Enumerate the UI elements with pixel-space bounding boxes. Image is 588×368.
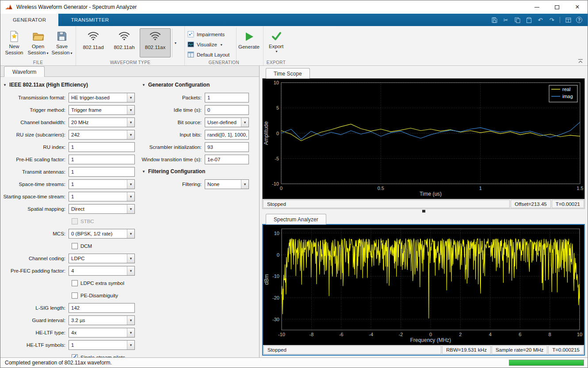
ieee-section-header[interactable]: IEEE 802.11ax (High Efficiency) xyxy=(3,80,140,89)
spectrum-status-bar: Stopped RBW=19.531 kHz Sample rate=20 MH… xyxy=(263,345,584,355)
spatial-mapping-select[interactable]: Direct xyxy=(69,204,135,214)
field-guard-interval: Guard interval:3.2 µs xyxy=(2,315,140,325)
generate-button[interactable]: Generate xyxy=(237,28,261,60)
svg-text:-8: -8 xyxy=(309,332,314,337)
maximize-icon xyxy=(555,5,559,9)
cut-icon[interactable]: ✂ xyxy=(502,16,509,23)
export-button[interactable]: Export ▾ xyxy=(265,27,287,59)
generation-section: Impairments Visualize ▾ Default Layout xyxy=(184,26,263,65)
transmission-format-select[interactable]: HE trigger-based xyxy=(69,93,135,102)
paste-icon[interactable] xyxy=(525,16,532,23)
quick-access-toolbar: ✂ ↶ ↷ ? xyxy=(491,14,582,26)
packets-input[interactable]: 1 xyxy=(205,93,249,102)
channel-bandwidth-select[interactable]: 20 MHz xyxy=(69,118,135,127)
svg-text:2: 2 xyxy=(459,332,462,337)
ru-index-input[interactable]: 1 xyxy=(69,142,135,152)
pe-disambiguity-checkbox[interactable] xyxy=(72,292,78,299)
spectrum-rbw: RBW=19.531 kHz xyxy=(442,345,491,354)
stbc-label: STBC xyxy=(80,219,94,224)
guard-interval-select[interactable]: 3.2 µs xyxy=(69,315,135,325)
wifi-icon xyxy=(118,31,130,42)
spectrum-frame: -10-8-6-4-20246810-30-20-10010Frequency … xyxy=(262,224,585,356)
svg-text:10: 10 xyxy=(274,231,279,236)
waveform-type-dropdown-button[interactable]: ▾ xyxy=(172,28,179,57)
save-session-icon xyxy=(57,29,67,43)
time-scope-offset: Offset=213.45 xyxy=(511,200,550,208)
open-session-button[interactable]: OpenSession▾ xyxy=(26,27,50,59)
tab-spectrum-analyzer[interactable]: Spectrum Analyzer xyxy=(266,214,326,224)
he-ltf-type-select[interactable]: 4x xyxy=(69,328,135,338)
svg-text:0: 0 xyxy=(277,252,279,258)
he-ltf-symbols-select[interactable]: 1 xyxy=(69,340,135,350)
pre-fec-padding-factor-select[interactable]: 4 xyxy=(69,266,135,276)
svg-text:6: 6 xyxy=(519,332,521,337)
save-session-button[interactable]: SaveSession▾ xyxy=(50,27,74,59)
open-session-icon xyxy=(32,29,44,43)
dropdown-arrow-icon: ▾ xyxy=(46,51,48,55)
bit-source-select[interactable]: User-defined xyxy=(205,118,249,127)
l-sig-length-input[interactable]: 142 xyxy=(69,303,135,313)
dcm-checkbox[interactable] xyxy=(72,243,78,249)
window-transition-time-s-input[interactable]: 1e-07 xyxy=(205,155,249,164)
filtering-select[interactable]: None xyxy=(205,179,249,189)
single-stream-pilots-checkbox[interactable] xyxy=(72,354,78,357)
waveform-80211ax-button[interactable]: 802.11ax xyxy=(140,28,171,57)
starting-space-time-stream-select[interactable]: 1 xyxy=(69,192,135,201)
collapse-ribbon-button[interactable] xyxy=(577,59,584,64)
transmit-antennas-label: Transmit antennas: xyxy=(2,169,69,175)
spectrum-sample-rate: Sample rate=20 MHz xyxy=(492,345,547,354)
he-ltf-symbols-label: HE-LTF symbols: xyxy=(2,342,69,348)
tab-generator[interactable]: GENERATOR xyxy=(0,14,58,26)
waveform-80211ah-button[interactable]: 802.11ah xyxy=(109,28,140,57)
channel-coding-select[interactable]: LDPC xyxy=(69,254,135,263)
maximize-button[interactable] xyxy=(547,0,567,14)
filtering-config-header[interactable]: Filtering Configuration xyxy=(142,167,254,176)
visualize-button[interactable]: Visualize ▾ xyxy=(187,40,234,49)
layout-icon[interactable] xyxy=(565,16,572,23)
svg-text:Time (us): Time (us) xyxy=(420,191,442,197)
new-session-button[interactable]: NewSession xyxy=(2,27,26,59)
field-bit-source: Bit source:User-defined xyxy=(141,118,254,127)
close-button[interactable]: × xyxy=(567,0,588,14)
svg-text:0: 0 xyxy=(276,131,279,136)
field-starting-space-time-stream: Starting space-time stream:1 xyxy=(2,192,140,201)
ru-size-subcarriers-select[interactable]: 242 xyxy=(69,130,135,140)
minimize-button[interactable] xyxy=(527,0,547,14)
tab-waveform[interactable]: Waveform xyxy=(4,66,45,77)
generator-config-header[interactable]: Generator Configuration xyxy=(142,80,254,89)
space-time-streams-select[interactable]: 1 xyxy=(69,179,135,189)
undo-icon[interactable]: ↶ xyxy=(537,16,544,23)
guard-interval-label: Guard interval: xyxy=(2,318,69,323)
default-layout-button[interactable]: Default Layout xyxy=(187,50,234,59)
idle-time-s-input[interactable]: 0 xyxy=(205,105,249,115)
input-bits-input[interactable]: randi([0, 1], 1000, 1 xyxy=(205,130,249,140)
svg-text:-30: -30 xyxy=(272,317,279,322)
svg-text:5: 5 xyxy=(276,105,279,110)
waveform-80211ad-button[interactable]: 802.11ad xyxy=(78,28,109,57)
save-icon[interactable] xyxy=(491,16,498,23)
tab-time-scope[interactable]: Time Scope xyxy=(266,68,310,79)
impairments-button[interactable]: Impairments xyxy=(187,30,234,39)
transmit-antennas-input[interactable]: 1 xyxy=(69,167,135,177)
mcs-select[interactable]: 0 (BPSK, 1/2 rate) xyxy=(69,229,135,239)
redo-icon[interactable]: ↷ xyxy=(548,16,555,23)
pre-he-scaling-factor-input[interactable]: 1 xyxy=(69,155,135,164)
scrambler-initialization-input[interactable]: 93 xyxy=(205,142,249,152)
svg-text:-10: -10 xyxy=(278,332,285,337)
waveform-panel-tabs: Waveform xyxy=(0,66,259,77)
generate-play-icon xyxy=(243,30,255,44)
field-idle-time-s: Idle time (s):0 xyxy=(141,105,254,115)
pre-fec-padding-factor-label: Pre-FEC padding factor: xyxy=(2,268,69,273)
minimize-icon xyxy=(535,7,539,8)
app-status-bar: Completed generation of 802.11ax wavefor… xyxy=(0,357,588,368)
ldpc-extra-symbol-checkbox[interactable] xyxy=(72,280,78,286)
l-sig-length-label: L-SIG length: xyxy=(2,305,69,311)
tab-transmitter[interactable]: TRANSMITTER xyxy=(58,14,121,26)
scope-splitter[interactable] xyxy=(262,209,585,213)
field-filtering: Filtering:None xyxy=(141,179,254,189)
field-ru-size-subcarriers: RU size (subcarriers):242 xyxy=(2,130,140,140)
trigger-method-select[interactable]: Trigger frame xyxy=(69,105,135,115)
input-bits-label: Input bits: xyxy=(141,132,205,137)
copy-icon[interactable] xyxy=(514,16,521,23)
help-icon[interactable]: ? xyxy=(576,17,582,23)
